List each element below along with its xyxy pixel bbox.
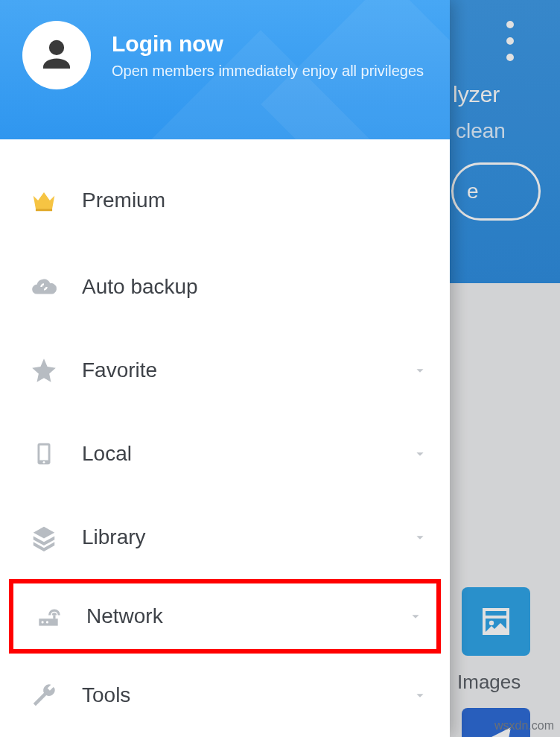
watermark: wsxdn.com xyxy=(494,719,554,733)
drawer-menu: Premium Auto backup Favorite Local xyxy=(0,139,450,737)
cloud-sync-icon xyxy=(27,273,61,301)
phone-icon xyxy=(27,439,61,469)
menu-item-library[interactable]: Library xyxy=(0,496,450,579)
menu-item-label: Premium xyxy=(82,189,430,212)
menu-item-premium[interactable]: Premium xyxy=(0,156,450,245)
router-icon xyxy=(31,602,66,630)
chevron-down-icon xyxy=(405,606,426,627)
chevron-down-icon xyxy=(410,360,430,381)
menu-item-autobackup[interactable]: Auto backup xyxy=(0,245,450,329)
chevron-down-icon xyxy=(410,443,430,464)
wrench-icon xyxy=(27,681,61,709)
chevron-down-icon xyxy=(410,685,430,706)
menu-item-label: Tools xyxy=(82,683,410,707)
svg-rect-2 xyxy=(39,446,48,461)
menu-item-label: Local xyxy=(82,442,410,466)
menu-item-tools[interactable]: Tools xyxy=(0,654,450,737)
menu-item-label: Favorite xyxy=(82,358,410,382)
svg-point-5 xyxy=(46,621,48,623)
layers-icon xyxy=(27,523,61,551)
menu-item-label: Auto backup xyxy=(82,275,430,299)
avatar[interactable] xyxy=(22,21,91,89)
star-icon xyxy=(27,356,61,385)
person-icon xyxy=(36,35,77,75)
navigation-drawer: Login now Open members immediately enjoy… xyxy=(0,0,450,737)
chevron-down-icon xyxy=(410,527,430,548)
svg-point-4 xyxy=(42,621,44,623)
crown-icon xyxy=(27,186,61,215)
svg-rect-6 xyxy=(53,615,55,619)
menu-item-label: Network xyxy=(86,604,405,628)
svg-point-3 xyxy=(43,461,45,464)
menu-item-label: Library xyxy=(82,525,410,549)
menu-item-network[interactable]: Network xyxy=(9,579,441,654)
menu-item-favorite[interactable]: Favorite xyxy=(0,329,450,412)
drawer-header[interactable]: Login now Open members immediately enjoy… xyxy=(0,0,450,139)
menu-item-local[interactable]: Local xyxy=(0,412,450,496)
